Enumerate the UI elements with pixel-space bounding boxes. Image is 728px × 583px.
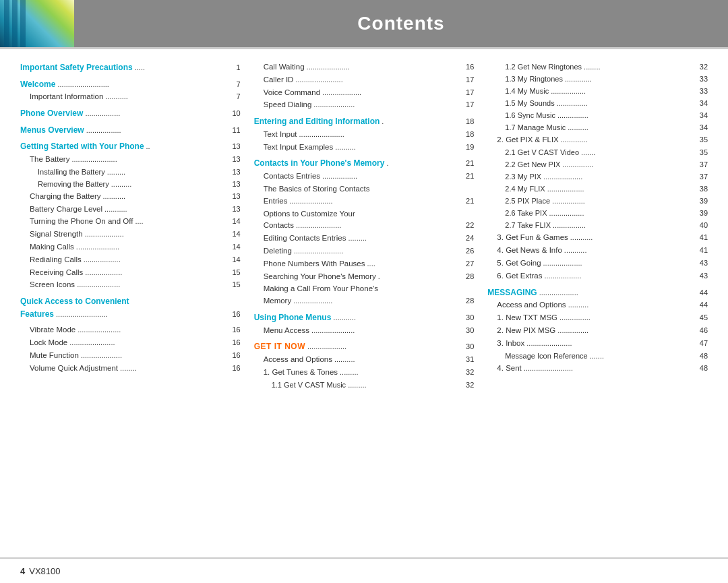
toc-dots: ........ — [120, 363, 226, 374]
toc-item: 1.3 My Ringtones.............33 — [487, 73, 708, 85]
toc-dots: .................. — [85, 267, 226, 278]
toc-text: Receiving Calls — [20, 267, 83, 279]
toc-page: 44 — [696, 287, 708, 299]
toc-dots: . — [382, 116, 460, 127]
toc-page: 34 — [696, 98, 708, 109]
toc-item: Caller ID.......................17 — [254, 74, 475, 86]
toc-page: 16 — [229, 337, 241, 348]
toc-page: 15 — [229, 267, 241, 278]
page-title: Contents — [74, 13, 728, 34]
toc-text: Access and Options — [254, 354, 332, 366]
toc-dots: ......... — [340, 367, 460, 378]
toc-item: 6. Get Extras..................43 — [487, 270, 708, 282]
toc-item: 3. Get Fun & Games...........41 — [487, 232, 708, 244]
toc-page: 14 — [229, 254, 241, 266]
toc-dots: ........................ — [294, 245, 460, 257]
toc-item: 2.3 My PIX...................37 — [487, 171, 708, 183]
toc-item: Battery Charge Level...........13 — [20, 204, 241, 216]
toc-dots: ................. — [85, 108, 226, 119]
toc-item: MESSAGING...................44 — [487, 286, 708, 299]
toc-item: 2.5 PIX Place................39 — [487, 195, 708, 207]
toc-item: Lock Mode......................16 — [20, 337, 241, 349]
toc-dots: ............... — [557, 110, 694, 121]
toc-text: 3. Get Fun & Games — [487, 232, 568, 244]
toc-dots: ................. — [551, 86, 694, 97]
toc-page: 21 — [462, 171, 474, 182]
toc-page: 39 — [696, 208, 708, 219]
toc-page: 28 — [462, 271, 474, 282]
toc-item: Editing Contacts Entries.........24 — [254, 233, 475, 245]
toc-item: Searching Your Phone's Memory .28 — [254, 271, 475, 283]
toc-text: Volume Quick Adjustment — [20, 363, 118, 375]
toc-item: Access and Options..........31 — [254, 354, 475, 366]
toc-text: 1.1 Get V CAST Music — [254, 379, 346, 391]
toc-page: 35 — [696, 147, 708, 158]
toc-text: Battery Charge Level — [20, 204, 102, 216]
toc-text: 3. Inbox — [487, 338, 524, 350]
toc-dots: .................. — [547, 183, 694, 195]
toc-item: The Battery......................13 — [20, 154, 241, 166]
toc-page: 48 — [696, 363, 708, 374]
toc-item: Deleting........................26 — [254, 245, 475, 257]
toc-dots: ........... — [570, 232, 694, 243]
toc-page: 13 — [229, 154, 241, 165]
toc-text: Contacts in Your Phone's Memory — [254, 157, 385, 170]
toc-dots: ............. — [561, 134, 694, 146]
toc-dots: ................... — [307, 341, 460, 352]
toc-text: Menu Access — [254, 325, 309, 337]
toc-page: 41 — [696, 232, 708, 243]
toc-page: 45 — [696, 312, 708, 324]
toc-dots: .......... — [335, 142, 460, 153]
toc-dots: .......... — [568, 122, 694, 133]
toc-page: 34 — [696, 110, 708, 121]
toc-dots: .......... — [334, 354, 460, 365]
toc-text: Deleting — [254, 245, 292, 257]
toc-item: GET IT NOW...................30 — [254, 340, 475, 353]
toc-item: Call Waiting.....................16 — [254, 61, 475, 73]
toc-text: 2.5 PIX Place — [487, 195, 550, 207]
stripe-2 — [12, 0, 18, 47]
toc-item: 2.2 Get New PIX...............37 — [487, 159, 708, 171]
toc-page: 13 — [229, 141, 241, 152]
toc-dots: .................. — [84, 254, 226, 266]
toc-item: 2.6 Take PIX.................39 — [487, 208, 708, 219]
toc-page: 22 — [462, 220, 474, 231]
toc-dots: ............. — [565, 73, 694, 85]
toc-text: Removing the Battery — [20, 179, 109, 190]
toc-page: 32 — [462, 379, 474, 391]
toc-text-line2: Features — [20, 308, 54, 321]
toc-item: Volume Quick Adjustment........16 — [20, 363, 241, 375]
header-image-inner — [0, 0, 74, 47]
toc-dots: ................... — [85, 228, 226, 240]
toc-page: 16 — [462, 61, 474, 73]
toc-text-multiline: Quick Access to Convenient — [20, 295, 129, 308]
toc-dots: ..................... — [289, 195, 460, 207]
toc-dots: .... — [367, 258, 460, 270]
toc-dots: ...................... — [71, 154, 226, 165]
toc-page: 30 — [462, 325, 474, 336]
toc-text: 2.7 Take FLIX — [487, 220, 551, 231]
toc-item: Using Phone Menus...........30 — [254, 311, 475, 324]
toc-text: Charging the Battery — [20, 191, 100, 203]
toc-item: Speed Dialing....................17 — [254, 99, 475, 111]
toc-page: 16 — [229, 350, 241, 361]
col-1: Important Safety Precautions.....1Welcom… — [20, 61, 247, 551]
toc-page: 39 — [696, 195, 708, 207]
col-3: 1.2 Get New Ringtones........321.3 My Ri… — [481, 61, 708, 551]
page: Contents Important Safety Precautions...… — [0, 0, 728, 583]
toc-page: 24 — [462, 233, 474, 244]
toc-item: Phone Overview.................10 — [20, 107, 241, 120]
toc-item: 4. Sent........................48 — [487, 363, 708, 375]
toc-page: 11 — [229, 125, 241, 136]
col-2: Call Waiting.....................16Calle… — [247, 61, 481, 551]
toc-page: 17 — [462, 99, 474, 111]
toc-dots: ....... — [581, 147, 694, 158]
toc-dots: ................... — [293, 295, 460, 307]
toc-item: Important Safety Precautions.....1 — [20, 61, 241, 74]
toc-item: Welcome.........................7 — [20, 78, 241, 91]
toc-text: 2. Get PIX & FLIX — [487, 134, 558, 146]
toc-item: 1.2 Get New Ringtones........32 — [487, 61, 708, 73]
toc-item: Charging the Battery...........13 — [20, 191, 241, 203]
toc-dots: ..................... — [77, 279, 226, 290]
toc-item: Receiving Calls..................15 — [20, 267, 241, 279]
